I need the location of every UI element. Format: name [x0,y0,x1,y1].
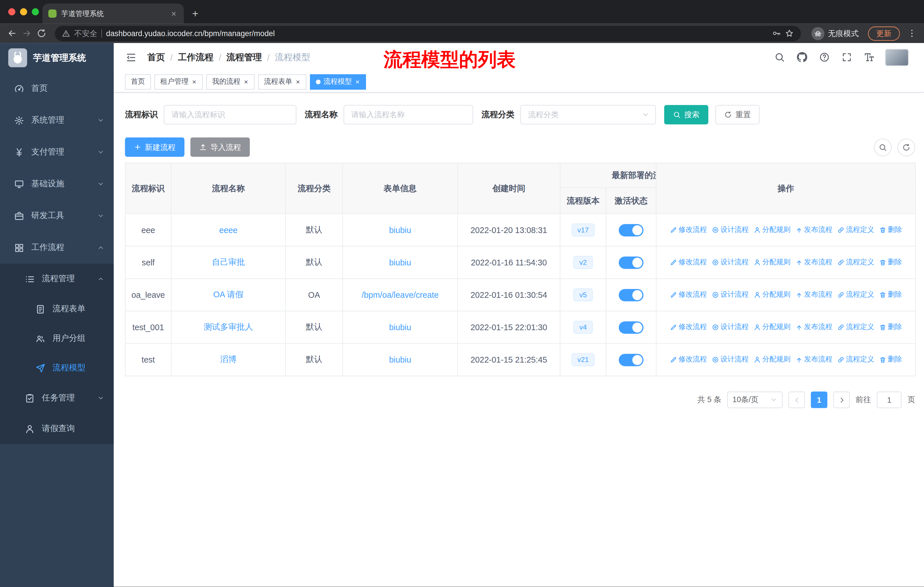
close-icon[interactable]: × [295,78,301,85]
action-design[interactable]: 设计流程 [711,355,749,365]
form-info-link[interactable]: biubiu [389,225,411,235]
next-page-button[interactable] [833,392,850,408]
tag-home[interactable]: 首页 [125,74,151,89]
key-icon[interactable] [772,29,781,38]
breadcrumb-item[interactable]: 工作流程 [178,51,213,63]
goto-page-input[interactable] [877,392,901,408]
sidebar-item-process-model[interactable]: 流程模型 [0,353,114,383]
sidebar-item-user-group[interactable]: 用户分组 [0,324,114,354]
category-select[interactable]: 流程分类 [520,105,656,124]
reload-button[interactable] [35,27,48,40]
sidebar-item-process-manage[interactable]: 流程管理 [0,264,114,294]
import-process-button[interactable]: 导入流程 [190,137,250,157]
tag-process-form[interactable]: 流程表单× [258,74,307,89]
action-definition[interactable]: 流程定义 [837,225,874,235]
breadcrumb-item[interactable]: 首页 [147,51,165,63]
sidebar-collapse-button[interactable] [123,49,139,65]
sidebar-item-system[interactable]: 系统管理 [0,104,114,136]
sidebar-item-payment[interactable]: 支付管理 [0,136,114,168]
zoom-window-button[interactable] [32,8,39,15]
action-definition[interactable]: 流程定义 [837,322,874,332]
new-tab-button[interactable]: + [192,8,198,19]
sidebar-item-workflow[interactable]: 工作流程 [0,232,114,264]
close-icon[interactable]: × [355,78,360,85]
reset-button[interactable]: 重置 [716,105,760,124]
sidebar-item-process-form[interactable]: 流程表单 [0,294,114,324]
action-publish[interactable]: 发布流程 [795,355,832,365]
close-icon[interactable]: × [243,78,249,85]
browser-menu-button[interactable] [906,27,918,40]
browser-tab[interactable]: 芋道管理系统 × [42,3,184,23]
docs-help-button[interactable] [818,51,831,64]
active-toggle[interactable] [619,289,643,301]
security-label[interactable]: 不安全 [74,28,97,39]
action-modify[interactable]: 修改流程 [670,290,707,300]
tag-my-process[interactable]: 我的流程× [206,74,255,89]
url-text[interactable]: dashboard.yudao.iocoder.cn/bpm/manager/m… [106,29,275,38]
active-toggle[interactable] [619,321,643,333]
user-avatar[interactable] [885,49,909,66]
action-delete[interactable]: 删除 [879,290,902,300]
page-size-select[interactable]: 10条/页 [727,392,782,408]
create-process-button[interactable]: 新建流程 [125,137,185,157]
action-design[interactable]: 设计流程 [711,290,749,300]
action-assign[interactable]: 分配规则 [753,290,790,300]
model-name-link[interactable]: eeee [219,225,238,235]
update-browser-button[interactable]: 更新 [868,26,900,40]
action-publish[interactable]: 发布流程 [795,290,832,300]
sidebar-item-leave-query[interactable]: 请假查询 [0,413,114,444]
sidebar-item-home[interactable]: 首页 [0,73,114,104]
close-icon[interactable]: × [191,78,197,85]
forward-button[interactable] [21,27,33,40]
action-modify[interactable]: 修改流程 [670,225,707,235]
font-size-button[interactable] [863,51,876,64]
active-toggle[interactable] [619,354,643,366]
toggle-search-button[interactable] [874,138,892,156]
action-delete[interactable]: 删除 [879,355,902,365]
active-toggle[interactable] [619,256,643,269]
close-tab-icon[interactable]: × [170,9,178,18]
search-button[interactable]: 搜索 [664,105,708,124]
close-window-button[interactable] [8,8,15,15]
action-assign[interactable]: 分配规则 [753,225,790,235]
action-design[interactable]: 设计流程 [711,322,749,332]
action-design[interactable]: 设计流程 [711,225,749,235]
action-modify[interactable]: 修改流程 [670,322,707,332]
process-key-input[interactable] [164,105,297,124]
action-delete[interactable]: 删除 [879,257,902,268]
action-publish[interactable]: 发布流程 [795,225,832,235]
github-link-button[interactable] [795,51,808,64]
bookmark-star-icon[interactable] [785,29,794,38]
form-info-link[interactable]: biubiu [389,258,411,267]
model-name-link[interactable]: 自己审批 [212,257,245,266]
model-name-link[interactable]: 测试多审批人 [204,322,253,331]
address-bar[interactable]: 不安全 dashboard.yudao.iocoder.cn/bpm/manag… [55,25,801,41]
action-design[interactable]: 设计流程 [711,257,749,268]
action-definition[interactable]: 流程定义 [837,290,874,300]
prev-page-button[interactable] [789,392,805,408]
action-delete[interactable]: 删除 [879,225,902,235]
sidebar-item-task-manage[interactable]: 任务管理 [0,383,114,413]
page-1-button[interactable]: 1 [811,392,827,408]
action-definition[interactable]: 流程定义 [837,257,874,268]
form-info-link[interactable]: biubiu [389,355,411,365]
action-assign[interactable]: 分配规则 [753,257,790,268]
form-info-link[interactable]: /bpm/oa/leave/create [361,290,439,299]
minimize-window-button[interactable] [20,8,27,15]
refresh-table-button[interactable] [898,138,915,156]
model-name-link[interactable]: OA 请假 [213,289,243,299]
tag-tenant-manage[interactable]: 租户管理× [154,74,203,89]
action-assign[interactable]: 分配规则 [753,322,790,332]
action-definition[interactable]: 流程定义 [837,355,874,365]
action-publish[interactable]: 发布流程 [795,322,832,332]
tag-process-model[interactable]: 流程模型× [310,74,366,89]
sidebar-item-devtools[interactable]: 研发工具 [0,200,114,231]
action-modify[interactable]: 修改流程 [670,257,707,268]
sidebar-item-infrastructure[interactable]: 基础设施 [0,168,114,200]
breadcrumb-item[interactable]: 流程管理 [226,51,262,63]
action-modify[interactable]: 修改流程 [670,355,707,365]
header-search-button[interactable] [773,51,786,64]
process-name-input[interactable] [343,105,473,124]
active-toggle[interactable] [619,224,643,236]
form-info-link[interactable]: biubiu [389,322,411,332]
